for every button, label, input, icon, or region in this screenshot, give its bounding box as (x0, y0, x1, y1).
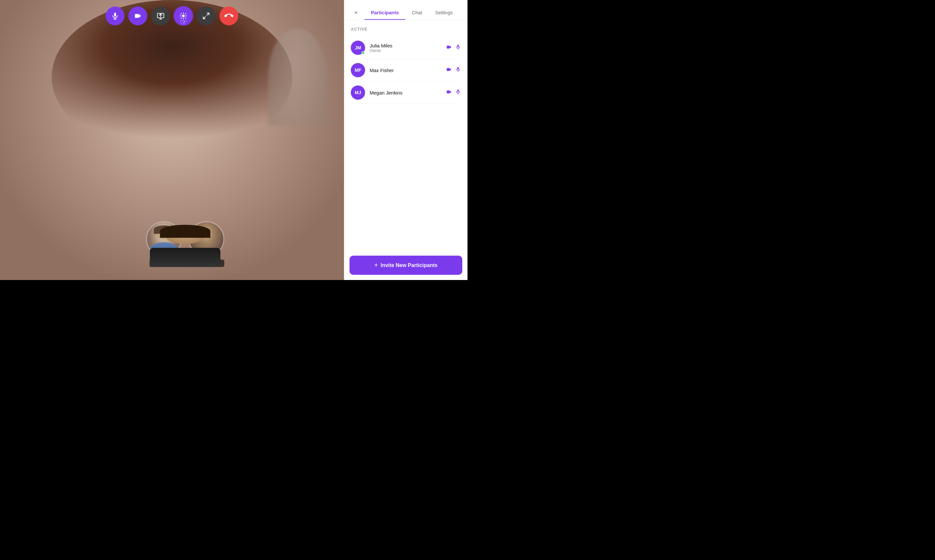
participant-thumbnails: Max Fisher Megan Jenkins (146, 221, 224, 267)
info-julia: Julia Miles Owner (370, 43, 446, 53)
participant-row-julia: JM Julia Miles Owner (351, 37, 461, 59)
end-call-icon (224, 11, 233, 20)
svg-rect-14 (457, 90, 459, 92)
mic-icon (111, 12, 119, 20)
end-call-button[interactable] (219, 6, 238, 25)
background-person (268, 28, 327, 125)
avatar-initials-megan: MJ (355, 90, 361, 95)
name-max: Max Fisher (370, 68, 446, 73)
thumb-video-megan (190, 222, 223, 256)
svg-rect-10 (457, 45, 459, 48)
mic-ctrl-julia[interactable] (455, 44, 461, 51)
tab-chat[interactable]: Chat (406, 6, 429, 20)
info-megan: Megan Jenkins (370, 90, 446, 95)
camera-ctrl-megan[interactable] (446, 89, 452, 96)
participant-thumb-megan[interactable]: Megan Jenkins (188, 221, 224, 267)
effects-icon (179, 12, 187, 20)
effects-button[interactable]: ☞ (174, 6, 193, 25)
video-area: ☞ M (0, 0, 344, 280)
camera-button[interactable] (128, 6, 147, 25)
thumb-avatar-megan (188, 221, 224, 257)
participants-panel: Active JM Julia Miles Owner (344, 20, 468, 251)
svg-rect-0 (114, 13, 116, 17)
avatar-julia: JM (351, 41, 365, 55)
mic-ctrl-megan[interactable] (455, 89, 461, 96)
participant-row-max: MF Max Fisher (351, 59, 461, 82)
camera-ctrl-julia[interactable] (446, 44, 452, 51)
active-section-label: Active (351, 27, 461, 31)
sidebar-header: × Participants Chat Settings (344, 0, 468, 20)
mic-button[interactable] (106, 6, 125, 25)
screen-share-icon (157, 12, 165, 20)
svg-point-7 (182, 15, 185, 17)
controls-max (446, 66, 461, 74)
screen-share-button[interactable] (151, 6, 170, 25)
avatar-initials-max: MF (355, 68, 361, 73)
sidebar: × Participants Chat Settings Active JM J… (344, 0, 468, 280)
invite-button-label: Invite New Participants (381, 263, 438, 268)
expand-button[interactable] (197, 6, 216, 25)
controls-megan (446, 89, 461, 96)
invite-plus-icon: + (374, 262, 378, 269)
call-toolbar: ☞ (106, 6, 238, 25)
controls-julia (446, 44, 461, 51)
mic-ctrl-max[interactable] (455, 66, 461, 74)
close-sidebar-button[interactable]: × (351, 8, 361, 18)
expand-icon (202, 12, 210, 20)
avatar-initials-julia: JM (355, 45, 361, 50)
camera-icon (134, 12, 142, 20)
svg-line-8 (207, 13, 209, 15)
camera-ctrl-max[interactable] (446, 66, 452, 74)
online-indicator-julia (361, 51, 365, 55)
role-julia: Owner (370, 48, 446, 53)
tab-settings[interactable]: Settings (429, 6, 459, 20)
name-julia: Julia Miles (370, 43, 446, 48)
svg-line-9 (203, 17, 205, 19)
invite-participants-button[interactable]: + Invite New Participants (349, 255, 462, 275)
sidebar-tabs: Participants Chat Settings (364, 6, 461, 20)
close-icon: × (354, 9, 358, 16)
info-max: Max Fisher (370, 68, 446, 73)
tab-participants[interactable]: Participants (364, 6, 406, 20)
avatar-megan: MJ (351, 85, 365, 100)
name-megan: Megan Jenkins (370, 90, 446, 95)
participant-row-megan: MJ Megan Jenkins (351, 82, 461, 104)
avatar-max: MF (351, 63, 365, 77)
svg-rect-12 (457, 67, 459, 70)
